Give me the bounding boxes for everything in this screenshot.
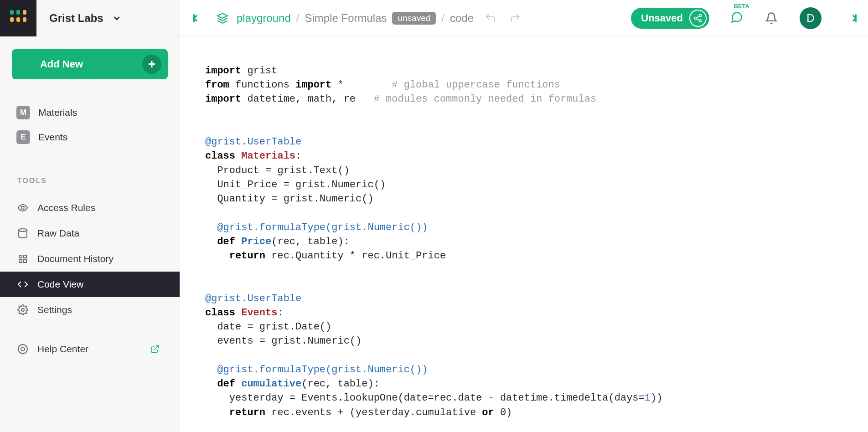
tool-document-history[interactable]: Document History — [0, 246, 180, 272]
share-icon — [689, 10, 707, 27]
app-logo[interactable] — [0, 0, 36, 36]
page-initial: E — [16, 130, 30, 144]
beta-badge: BETA — [734, 3, 749, 10]
tools-heading: TOOLS — [17, 177, 168, 185]
tool-settings[interactable]: Settings — [0, 297, 180, 323]
add-new-button[interactable]: Add New + — [12, 49, 168, 79]
svg-rect-3 — [10, 17, 14, 22]
breadcrumb-workspace[interactable]: playground — [237, 12, 291, 25]
avatar-initial: D — [806, 12, 814, 25]
tool-label: Raw Data — [37, 228, 79, 239]
svg-point-7 — [19, 229, 27, 231]
svg-rect-8 — [19, 255, 22, 258]
svg-point-19 — [695, 17, 697, 19]
svg-point-14 — [21, 347, 25, 351]
add-new-label: Add New — [31, 58, 92, 70]
collapse-right-icon[interactable] — [848, 12, 860, 24]
svg-rect-2 — [23, 10, 26, 15]
grist-logo-icon — [9, 9, 27, 27]
topbar: playground / Simple Formulas unsaved / c… — [180, 0, 868, 36]
eye-icon — [17, 202, 28, 213]
sidebar-page-events[interactable]: E Events — [12, 125, 168, 149]
pages-list: M Materials E Events — [12, 100, 168, 149]
svg-rect-0 — [10, 10, 14, 15]
breadcrumb-sep: / — [441, 12, 444, 25]
unsaved-pill[interactable]: Unsaved — [631, 8, 709, 29]
org-switcher[interactable]: Grist Labs — [36, 12, 180, 25]
main: playground / Simple Formulas unsaved / c… — [180, 0, 868, 432]
help-icon — [17, 344, 28, 355]
redo-icon[interactable] — [509, 12, 521, 24]
svg-point-18 — [699, 14, 702, 16]
svg-point-6 — [21, 206, 24, 209]
breadcrumb-page: code — [450, 12, 474, 25]
breadcrumb-doc[interactable]: Simple Formulas — [305, 12, 387, 25]
page-label: Materials — [38, 107, 77, 118]
code-view-content: import grist from functions import * # g… — [180, 36, 868, 432]
breadcrumb-unsaved-tag: unsaved — [392, 12, 436, 25]
svg-line-15 — [154, 346, 158, 350]
svg-rect-1 — [16, 10, 20, 15]
breadcrumb: playground / Simple Formulas unsaved / c… — [237, 12, 474, 25]
svg-rect-5 — [23, 17, 26, 22]
tool-label: Code View — [37, 279, 83, 290]
tool-raw-data[interactable]: Raw Data — [0, 221, 180, 246]
svg-rect-10 — [19, 260, 22, 262]
page-initial: M — [16, 106, 30, 119]
breadcrumb-sep: / — [296, 12, 300, 25]
tool-code-view[interactable]: Code View — [0, 272, 180, 297]
gear-icon — [17, 304, 28, 315]
tool-label: Access Rules — [37, 202, 95, 213]
page-label: Events — [38, 132, 67, 143]
external-link-icon — [150, 345, 160, 354]
svg-point-13 — [18, 345, 27, 354]
svg-point-12 — [21, 309, 24, 311]
code-icon — [17, 279, 28, 290]
tool-label: Settings — [37, 304, 72, 315]
history-icon — [17, 253, 28, 264]
bell-icon[interactable] — [765, 12, 778, 25]
collapse-left-icon[interactable] — [190, 12, 202, 24]
avatar[interactable]: D — [800, 7, 822, 29]
org-name: Grist Labs — [49, 12, 103, 25]
chevron-down-icon — [112, 13, 122, 23]
svg-line-22 — [697, 19, 699, 20]
help-center[interactable]: Help Center — [0, 336, 180, 362]
help-label: Help Center — [37, 344, 88, 355]
tool-access-rules[interactable]: Access Rules — [0, 195, 180, 221]
svg-point-20 — [699, 20, 702, 22]
svg-marker-17 — [217, 13, 227, 18]
svg-rect-4 — [16, 17, 20, 22]
sidebar-page-materials[interactable]: M Materials — [12, 100, 168, 125]
database-icon — [17, 228, 28, 239]
layers-icon[interactable] — [217, 12, 228, 24]
unsaved-label: Unsaved — [641, 12, 683, 24]
sidebar-header: Grist Labs — [0, 0, 180, 36]
undo-icon[interactable] — [485, 12, 496, 24]
plus-icon: + — [142, 55, 161, 74]
sidebar: Grist Labs Add New + M Materials E Event… — [0, 0, 180, 432]
tool-label: Document History — [37, 253, 114, 264]
svg-rect-9 — [24, 255, 26, 258]
chat-icon[interactable] — [730, 11, 743, 24]
svg-rect-11 — [24, 260, 26, 262]
svg-line-21 — [697, 16, 699, 17]
